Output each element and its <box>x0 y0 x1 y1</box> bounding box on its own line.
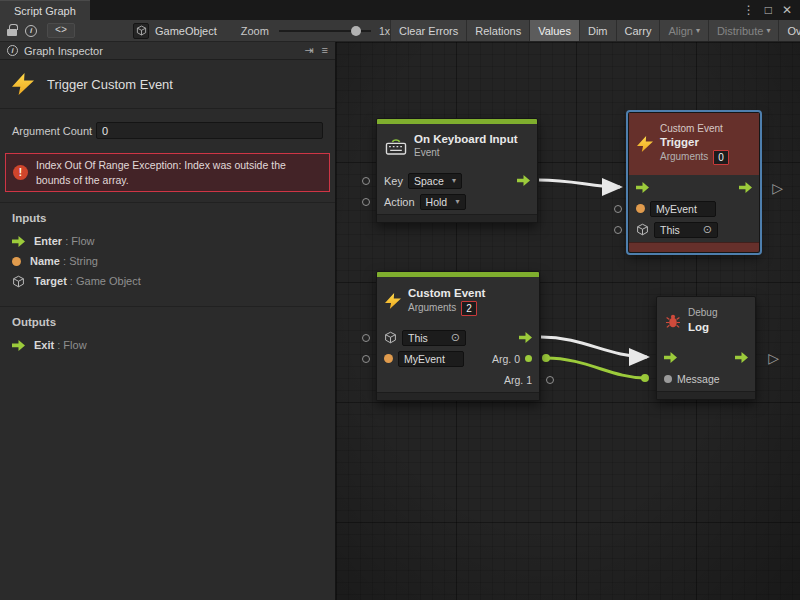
chevron-down-icon: ▾ <box>447 176 456 185</box>
trigger-output-port[interactable] <box>517 175 530 186</box>
node-body: Key Space▾ Action Hold▾ <box>377 168 537 214</box>
dim-button[interactable]: Dim <box>579 20 616 42</box>
distribute-button[interactable]: Distribute▾ <box>708 20 778 42</box>
unit-title-block: Trigger Custom Event <box>0 60 335 109</box>
graph-target-label[interactable]: GameObject <box>155 25 217 37</box>
window-close-icon[interactable]: ✕ <box>782 3 792 17</box>
toolbar-buttons: Clear Errors Relations Values Dim Carry … <box>390 20 800 42</box>
target-field[interactable]: This⊙ <box>654 222 718 238</box>
event-name-field[interactable]: MyEvent <box>650 201 716 217</box>
string-port-icon <box>384 354 393 363</box>
action-value: Hold <box>426 196 448 208</box>
node-trigger-custom-event[interactable]: Custom Event Trigger Arguments0 ▷ MyEven… <box>628 112 760 253</box>
key-port[interactable] <box>362 177 370 185</box>
event-name-value: MyEvent <box>404 353 445 365</box>
error-message-box: ! Index Out Of Range Exception: Index wa… <box>5 153 330 192</box>
argument-count-row: Argument Count <box>0 109 335 144</box>
event-name-field[interactable]: MyEvent <box>398 351 464 367</box>
key-value: Space <box>414 175 444 187</box>
arguments-label: Arguments <box>408 302 456 315</box>
arguments-count-badge: 0 <box>713 150 729 165</box>
custom-event-icon <box>385 293 401 309</box>
output-port-row-exit: Exit : Flow <box>12 335 323 355</box>
cube-icon <box>136 25 147 36</box>
arg1-row: Arg. 1 <box>377 369 539 390</box>
arg1-label: Arg. 1 <box>504 374 532 386</box>
arg0-port[interactable] <box>525 355 532 362</box>
target-port[interactable] <box>362 334 370 342</box>
event-name-row: MyEvent Arg. 0 <box>377 348 539 369</box>
window-menu-icon[interactable]: ⋮ <box>743 3 755 17</box>
flow-row: ▷ <box>657 347 755 368</box>
error-icon: ! <box>13 165 28 180</box>
chevron-down-icon: ▾ <box>451 197 460 206</box>
node-footer-error <box>629 242 759 252</box>
enter-port[interactable] <box>636 182 649 193</box>
carry-button[interactable]: Carry <box>616 20 660 42</box>
panel-expand-icon[interactable]: ⇥ <box>304 44 313 57</box>
exit-port[interactable] <box>739 182 752 193</box>
flow-port-icon <box>12 236 25 247</box>
node-debug-log[interactable]: Debug Log ▷ Message <box>656 296 756 400</box>
node-custom-event[interactable]: Custom Event Arguments2 This⊙ MyEvent Ar… <box>376 271 540 401</box>
panel-menu-icon[interactable]: ≡ <box>322 44 328 57</box>
node-header: On Keyboard Input Event <box>377 124 537 168</box>
clear-errors-button[interactable]: Clear Errors <box>390 20 466 42</box>
object-picker-icon[interactable]: ⊙ <box>698 223 712 236</box>
message-port[interactable] <box>664 375 672 383</box>
info-icon: i <box>7 45 18 56</box>
graph-inspector-title: Graph Inspector <box>24 45 103 57</box>
action-dropdown[interactable]: Hold▾ <box>420 194 466 210</box>
node-subtitle: Event <box>414 147 518 160</box>
gameobject-port-icon <box>12 275 25 288</box>
object-picker-icon[interactable]: ⊙ <box>446 331 460 344</box>
graph-asset-icon <box>133 23 149 39</box>
argument-count-input[interactable] <box>96 122 323 139</box>
bug-icon <box>665 313 681 329</box>
node-body: ▷ MyEvent This⊙ <box>629 175 759 242</box>
unity-script-graph-window: Script Graph ⋮ □ ✕ i <> GameObject Zoom … <box>0 0 800 600</box>
key-row: Key Space▾ <box>377 170 537 191</box>
error-message-text: Index Out Of Range Exception: Index was … <box>36 158 322 187</box>
node-title: Custom Event <box>408 286 485 301</box>
name-port[interactable] <box>362 355 370 363</box>
port-type: : String <box>60 255 98 267</box>
zoom-slider-knob[interactable] <box>351 26 361 36</box>
arg0-label: Arg. 0 <box>492 353 520 365</box>
lock-icon[interactable] <box>7 29 17 36</box>
info-icon[interactable]: i <box>25 25 37 37</box>
arguments-count-badge: 2 <box>461 301 477 316</box>
action-port[interactable] <box>362 198 370 206</box>
align-button[interactable]: Align▾ <box>659 20 707 42</box>
name-port[interactable] <box>614 205 622 213</box>
exit-port[interactable] <box>735 352 748 363</box>
target-value: This <box>408 332 428 344</box>
outputs-section-title: Outputs <box>12 316 323 328</box>
overview-button[interactable]: Overview <box>778 20 800 42</box>
values-button[interactable]: Values <box>529 20 579 42</box>
code-view-icon[interactable]: <> <box>47 23 75 38</box>
enter-port[interactable] <box>664 352 677 363</box>
inspector-header-icons: ⇥ ≡ <box>304 44 328 57</box>
node-on-keyboard-input[interactable]: On Keyboard Input Event Key Space▾ Actio… <box>376 118 538 223</box>
node-title: Trigger <box>660 135 729 150</box>
trigger-output-port[interactable] <box>519 332 532 343</box>
arg1-port[interactable] <box>546 376 554 384</box>
node-category: Custom Event <box>660 123 729 136</box>
custom-event-icon <box>12 73 34 95</box>
string-port-icon <box>636 204 645 213</box>
target-field[interactable]: This⊙ <box>402 330 466 346</box>
node-header: Debug Log <box>657 297 755 345</box>
target-port[interactable] <box>614 226 622 234</box>
tab-script-graph[interactable]: Script Graph <box>0 0 90 20</box>
window-maximize-icon[interactable]: □ <box>765 3 772 17</box>
key-dropdown[interactable]: Space▾ <box>408 173 462 189</box>
string-port-icon <box>12 257 21 266</box>
inputs-section-title: Inputs <box>12 212 323 224</box>
play-indicator-icon: ▷ <box>768 350 779 366</box>
distribute-label: Distribute <box>717 25 763 37</box>
zoom-slider[interactable] <box>279 30 371 32</box>
input-port-row-enter: Enter : Flow <box>12 231 323 251</box>
arguments-label: Arguments <box>660 151 708 164</box>
relations-button[interactable]: Relations <box>466 20 529 42</box>
